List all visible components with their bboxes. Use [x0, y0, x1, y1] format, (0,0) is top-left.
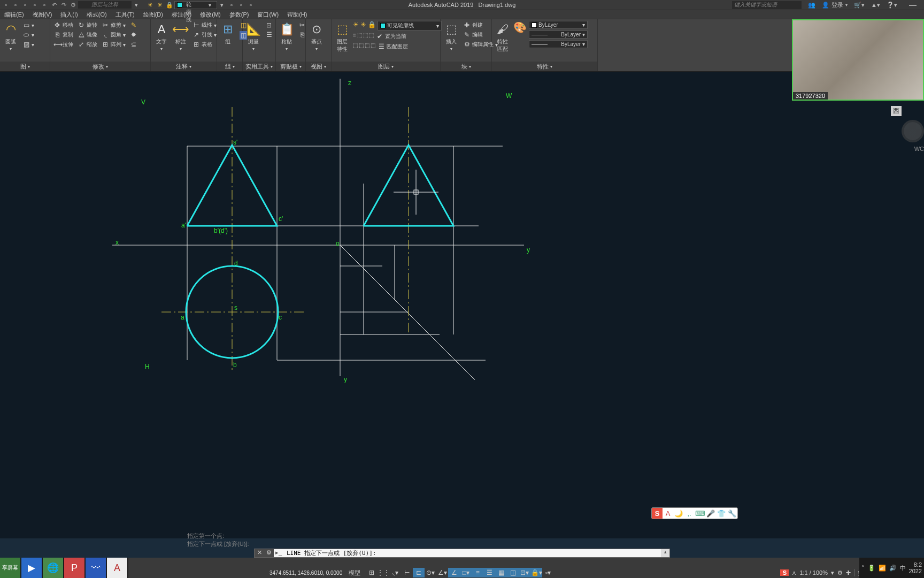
insert-button[interactable]: ⬚插入▾: [443, 21, 460, 52]
plus2-icon[interactable]: ✚: [846, 569, 851, 576]
title-layer-dropdown[interactable]: 可见轮廓线▾: [174, 1, 217, 9]
array-button[interactable]: ⊞阵列▾: [101, 40, 127, 49]
qat-redo-icon[interactable]: ↷: [59, 2, 68, 9]
task-browser[interactable]: 🌐: [43, 558, 63, 578]
tray-up-icon[interactable]: ˄: [861, 565, 865, 572]
qat-save-icon[interactable]: ▫: [20, 2, 30, 8]
fillet-button[interactable]: ◟圆角▾: [101, 31, 127, 39]
measure-button[interactable]: 📐测量▾: [245, 21, 262, 52]
mirror-button[interactable]: ⧋镜像: [76, 31, 98, 39]
rect-button[interactable]: ▭▾: [21, 21, 35, 29]
tray-battery-icon[interactable]: 🔋: [868, 565, 875, 572]
qp-toggle[interactable]: 🔒▾: [530, 568, 542, 577]
lw-toggle[interactable]: ☰: [483, 568, 495, 577]
menu-draw[interactable]: 绘图(D): [139, 11, 167, 19]
ortho-toggle[interactable]: ⊏: [413, 568, 425, 577]
ime-moon-icon[interactable]: 🌙: [673, 508, 684, 519]
menu-format[interactable]: 格式(O): [82, 11, 111, 19]
base-button[interactable]: ⊙基点▾: [308, 21, 325, 52]
layer-prop-button[interactable]: ⬚图层 特性: [334, 21, 351, 54]
exchange-icon[interactable]: 🛒▾: [854, 2, 865, 9]
app-menu-icon[interactable]: ▲▾: [871, 2, 880, 9]
cmd-close-icon[interactable]: ✕: [255, 549, 264, 557]
keyword-search-input[interactable]: 键入关键字或短语: [732, 1, 802, 9]
qat-more-icon[interactable]: ▾: [132, 2, 141, 9]
qat-dd3-icon[interactable]: ▫: [236, 2, 246, 8]
layer-s6[interactable]: ⬚: [359, 42, 364, 51]
layer-s8[interactable]: ⬚: [371, 42, 375, 51]
menu-param[interactable]: 参数(P): [225, 11, 253, 19]
command-input[interactable]: [283, 549, 661, 557]
task-autocad[interactable]: A: [107, 558, 127, 578]
osnap2-toggle[interactable]: □▾: [460, 568, 472, 577]
rotate-button[interactable]: ↻旋转: [76, 21, 98, 29]
qat-saveas-icon[interactable]: ▫: [30, 2, 40, 8]
snap-toggle[interactable]: ⋮⋮: [378, 568, 389, 577]
group-button[interactable]: ⊞组: [219, 21, 236, 47]
ellipse-button[interactable]: ⬭▾: [21, 31, 35, 39]
qat-lock-icon[interactable]: 🔒: [165, 2, 174, 9]
polar-toggle[interactable]: ⊙▾: [425, 568, 436, 577]
copy-button[interactable]: ⎘复制: [52, 31, 74, 39]
annot-mon-toggle[interactable]: ⊡▾: [519, 568, 530, 577]
leader-button[interactable]: ↗引线▾: [191, 31, 218, 39]
qat-share-icon[interactable]: ☀: [145, 2, 155, 9]
task-ppt[interactable]: P: [64, 558, 84, 578]
stretch-button[interactable]: ⟷拉伸: [52, 40, 74, 49]
tray-wifi-icon[interactable]: 📶: [879, 565, 886, 572]
qat-dd1-icon[interactable]: ▾: [217, 2, 227, 9]
group-panel-title[interactable]: 组: [217, 62, 242, 71]
trans-toggle[interactable]: ▦: [495, 568, 507, 577]
layer-s2[interactable]: ⬚: [357, 32, 362, 41]
menu-modify[interactable]: 修改(M): [196, 11, 225, 19]
u-btn2[interactable]: ☰: [264, 31, 274, 39]
hatch-button[interactable]: ▨▾: [21, 40, 35, 49]
task-blue[interactable]: 〰: [86, 558, 106, 578]
utility-panel-title[interactable]: 实用工具: [243, 62, 275, 71]
qat-bulb-icon[interactable]: ☀: [155, 2, 165, 9]
layer-lock-icon[interactable]: 🔒: [368, 21, 376, 31]
ime-punct-icon[interactable]: ,.: [684, 508, 695, 519]
ime-s-button[interactable]: S: [652, 508, 663, 519]
offset-button[interactable]: ⊆: [129, 40, 138, 49]
dim-button[interactable]: ⟷标注▾: [172, 21, 189, 52]
tray-vol-icon[interactable]: 🔊: [889, 565, 897, 572]
clipboard-panel-title[interactable]: 剪贴板: [276, 62, 305, 71]
qat-undo-icon[interactable]: ↶: [49, 2, 59, 9]
infer-toggle[interactable]: ◟▾: [389, 568, 401, 577]
gear2-icon[interactable]: ⚙: [837, 569, 843, 576]
set-current-button[interactable]: ✔置为当前: [375, 32, 407, 41]
cmd-chevron-icon[interactable]: ▸_: [274, 549, 283, 557]
qat-new-icon[interactable]: ▫: [1, 2, 11, 8]
color-select[interactable]: ByLayer▾: [529, 21, 588, 29]
osnap-toggle[interactable]: ∠: [448, 568, 460, 577]
u-btn1[interactable]: ⊡: [264, 21, 274, 29]
scale-mon-icon[interactable]: ⋏: [792, 569, 796, 576]
explode-button[interactable]: ✸: [129, 31, 138, 39]
navigation-compass[interactable]: [902, 120, 924, 142]
layer-freeze-icon[interactable]: ☀: [360, 21, 366, 31]
arc-button[interactable]: ◠圆弧▾: [2, 21, 19, 52]
erase-button[interactable]: ✎: [129, 21, 138, 29]
trim-button[interactable]: ✂修剪▾: [101, 21, 127, 29]
layer-bulb-icon[interactable]: ☀: [353, 21, 359, 31]
layer-s1[interactable]: ≡: [353, 32, 356, 41]
menu-edit[interactable]: 编辑(E): [0, 11, 28, 19]
base-panel-title[interactable]: 视图: [306, 62, 331, 71]
layer-panel-title[interactable]: 图层: [332, 62, 440, 71]
qat-search-dropdown[interactable]: 图层与注释: [78, 1, 132, 9]
match-prop-button[interactable]: 🖌特性 匹配: [494, 21, 511, 54]
insert-panel-title[interactable]: 块: [441, 62, 491, 71]
grid-toggle[interactable]: ⊞: [366, 568, 378, 577]
move-button[interactable]: ✥移动: [52, 21, 74, 29]
lineweight-select[interactable]: ———ByLayer▾: [529, 31, 588, 39]
login-button[interactable]: 👤登录▾: [822, 1, 848, 9]
props-panel-title[interactable]: 特性: [492, 62, 597, 71]
zoom-dd-icon[interactable]: ▾: [831, 569, 834, 576]
layer-s3[interactable]: ⬚: [363, 32, 368, 41]
ime-tool-icon[interactable]: 🔧: [727, 508, 737, 519]
table-button[interactable]: ⊞表格: [191, 40, 218, 49]
dyn-toggle[interactable]: ⊢: [401, 568, 413, 577]
layer-s5[interactable]: ⬚: [353, 42, 358, 51]
ime-skin-icon[interactable]: 👕: [716, 508, 727, 519]
